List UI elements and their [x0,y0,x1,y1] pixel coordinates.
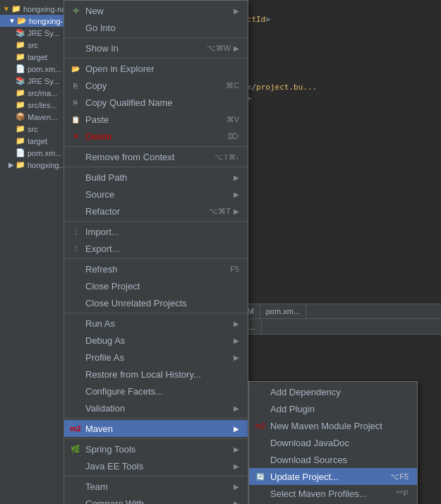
menu-item-new[interactable]: ✚ New ▶ [64,2,248,19]
menu-item-restore[interactable]: Restore from Local History... [64,366,248,383]
tree-label: src/tes... [28,101,57,109]
menu-label: Export... [85,244,239,254]
menu-item-refresh[interactable]: Refresh F5 [64,260,248,277]
menu-label: New Maven Module Project [270,421,409,431]
menu-item-import[interactable]: ⤵ Import... [64,223,248,240]
menu-label: Configure Facets... [85,386,239,397]
tree-label: JRE Sy... [28,77,59,85]
menu-item-close-unrelated[interactable]: Close Unrelated Projects [64,294,248,311]
menu-label: Close Unrelated Projects [85,298,239,308]
maven-sub-add-dep[interactable]: Add Dependency [249,383,417,400]
menu-label: Restore from Local History... [85,369,239,380]
menu-label: Remove from Context [85,152,209,162]
menu-item-copy-qualified[interactable]: ⎘ Copy Qualified Name [64,94,248,111]
shortcut: ⌘C [226,81,239,90]
folder-icon: 📂 [17,16,27,25]
menu-item-go-into[interactable]: Go Into [64,19,248,36]
source-icon [70,188,81,200]
restore-icon [70,368,81,380]
maven-sub-javadoc[interactable]: Download JavaDoc [249,434,417,451]
menu-label: Paste [85,114,221,125]
javadoc-icon [255,437,266,448]
shortcut: ⌦ [228,132,239,141]
refactor-icon [70,205,81,217]
team-icon [70,481,81,492]
menu-item-show-in[interactable]: Show In ⌥⌘W ▶ [64,40,248,56]
menu-label: Copy [85,80,220,91]
remove-icon [70,151,81,162]
submenu-arrow: ▶ [234,44,239,52]
separator [64,313,248,313]
menu-item-debug-as[interactable]: Debug As ▶ [64,332,248,349]
menu-item-export[interactable]: ⤴ Export... [64,240,248,257]
submenu-arrow: ▶ [234,208,239,215]
menu-item-open-explorer[interactable]: 📂 Open in Explorer [64,60,248,77]
menu-label: Update Project... [270,472,385,482]
menu-item-refactor[interactable]: Refactor ⌥⌘T ▶ [64,203,248,220]
menu-item-maven[interactable]: m2 Maven ▶ [64,420,248,437]
add-dep-icon [255,386,266,397]
separator [64,476,248,476]
open-icon: 📂 [70,63,81,74]
maven-sub-update[interactable]: 🔄 Update Project... ⌥F5 [249,468,417,485]
src-icon: 📁 [16,40,25,49]
menu-item-remove[interactable]: Remove from Context ⌥⇧⌘↓ [64,148,248,165]
tree-label: src [28,125,38,133]
menu-item-validation[interactable]: Validation ▶ [64,400,248,416]
menu-label: Build Path [85,172,231,183]
new-icon: ✚ [70,5,81,16]
menu-label: Run As [85,318,231,329]
collapse-icon: ▼ [3,5,10,13]
menu-item-close-project[interactable]: Close Project [64,277,248,294]
menu-item-run-as[interactable]: Run As ▶ [64,315,248,332]
tab-pom[interactable]: pom.xm... [260,304,306,318]
submenu-arrow: ▶ [234,320,239,328]
validation-icon [70,402,81,414]
tree-label: target [28,53,47,61]
paste-icon: 📋 [70,114,81,125]
maven-sub-profiles[interactable]: Select Maven Profiles... ^^P [249,485,417,502]
menu-item-delete[interactable]: ✕ Delete ⌦ [64,128,248,145]
menu-item-source[interactable]: Source ▶ [64,186,248,203]
facets-icon [70,385,81,397]
menu-item-profile-as[interactable]: Profile As ▶ [64,349,248,366]
copy-icon: ⎘ [70,80,81,91]
menu-item-copy[interactable]: ⎘ Copy ⌘C [64,77,248,94]
menu-label: Profile As [85,352,231,363]
menu-item-java-ee[interactable]: Java EE Tools ▶ [64,457,248,474]
menu-label: Delete [85,131,222,142]
menu-item-paste[interactable]: 📋 Paste ⌘V [64,111,248,128]
submenu-arrow: ▶ [234,174,239,181]
menu-label: Import... [85,227,239,237]
menu-item-configure-facets[interactable]: Configure Facets... [64,383,248,400]
import-icon: ⤵ [70,226,81,237]
menu-label: Copy Qualified Name [85,97,239,108]
menu-label: Add Dependency [270,387,409,397]
menu-label: Close Project [85,281,239,292]
compare-icon [70,498,81,504]
spring-icon: 🌿 [70,443,81,455]
maven-sub-sources[interactable]: Download Sources [249,451,417,468]
menu-label: Debug As [85,335,231,346]
menu-item-compare[interactable]: Compare With ▶ [64,495,248,504]
shortcut: ⌥⇧⌘↓ [215,153,239,161]
maven-sub-add-plugin[interactable]: Add Plugin [249,400,417,417]
maven-submenu: Add Dependency Add Plugin m2 New Maven M… [248,381,418,504]
tree-label: Maven... [28,113,57,121]
new-module-icon: m2 [255,420,266,431]
menu-item-spring[interactable]: 🌿 Spring Tools ▶ [64,440,248,457]
menu-item-team[interactable]: Team ▶ [64,478,248,495]
menu-item-build-path[interactable]: Build Path ▶ [64,169,248,186]
shortcut: ⌥⌘W [207,44,231,53]
shortcut: ⌥⌘T [209,207,231,216]
src2-icon: 📁 [16,124,25,133]
maven-sub-new-module[interactable]: m2 New Maven Module Project [249,417,417,434]
submenu-arrow: ▶ [234,500,239,505]
menu-label: Add Plugin [270,404,409,414]
separator [64,258,248,259]
srcma-icon: 📁 [16,88,25,97]
submenu-arrow: ▶ [234,425,239,433]
menu-label: Source [85,189,231,200]
build-icon [70,172,81,183]
srctes-icon: 📁 [16,100,25,109]
